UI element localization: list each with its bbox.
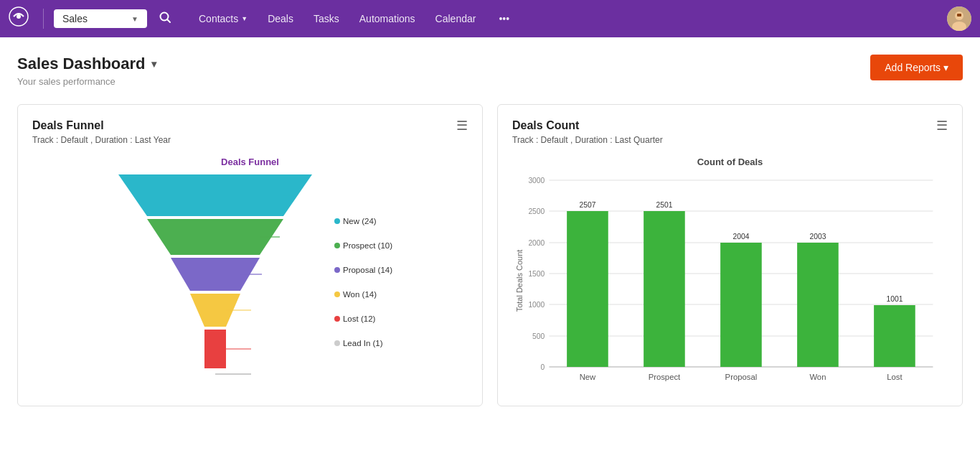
funnel-label-proposal: Proposal (14) xyxy=(334,266,392,274)
svg-rect-7 xyxy=(957,14,961,17)
svg-text:2501: 2501 xyxy=(656,201,673,209)
funnel-dot-new xyxy=(334,218,340,224)
add-reports-button[interactable]: Add Reports ▾ xyxy=(870,55,963,80)
funnel-viz: New (24) Prospect (10) Proposal (14) Won… xyxy=(32,174,468,386)
nav-tasks[interactable]: Tasks xyxy=(303,9,349,29)
funnel-card: Deals Funnel Track : Default , Duration … xyxy=(17,104,483,406)
funnel-svg xyxy=(108,174,323,386)
svg-text:2507: 2507 xyxy=(580,201,596,209)
funnel-label-leadin: Lead In (1) xyxy=(334,339,392,348)
svg-text:3000: 3000 xyxy=(528,177,545,185)
bar-subtitle: Track : Default , Duration : Last Quarte… xyxy=(512,135,948,145)
bar-new xyxy=(567,211,608,367)
sales-dropdown[interactable]: Sales ▼ xyxy=(54,9,147,28)
svg-text:1000: 1000 xyxy=(528,301,545,309)
funnel-title: Deals Funnel xyxy=(32,119,468,132)
svg-text:500: 500 xyxy=(532,332,545,340)
funnel-label-lost: Lost (12) xyxy=(334,314,392,323)
bar-prospect xyxy=(644,211,685,367)
funnel-dot-won xyxy=(334,292,340,297)
svg-text:2004: 2004 xyxy=(733,233,750,241)
svg-text:1001: 1001 xyxy=(887,295,903,303)
bar-menu-icon[interactable]: ☰ xyxy=(936,119,948,132)
svg-text:2000: 2000 xyxy=(528,239,545,247)
funnel-dot-proposal xyxy=(334,267,340,273)
nav-automations[interactable]: Automations xyxy=(349,9,425,29)
funnel-dot-prospect xyxy=(334,243,340,248)
bar-lost xyxy=(874,305,915,367)
navbar: Sales ▼ Contacts ▼ Deals Tasks Automatio… xyxy=(0,0,980,37)
bar-chart-svg: Total Deals Count 3000 2500 2000 1500 xyxy=(512,173,948,388)
main-content: Sales Dashboard ▾ Your sales performance… xyxy=(0,37,980,471)
user-avatar[interactable] xyxy=(947,6,971,31)
funnel-menu-icon[interactable]: ☰ xyxy=(456,119,468,132)
bar-chart-container: Total Deals Count 3000 2500 2000 1500 xyxy=(512,173,948,391)
dropdown-arrow-icon: ▼ xyxy=(131,15,138,23)
page-title-block: Sales Dashboard ▾ Your sales performance xyxy=(17,55,156,87)
bar-card: Deals Count Track : Default , Duration :… xyxy=(497,104,963,406)
nav-divider xyxy=(43,9,44,29)
funnel-label-prospect: Prospect (10) xyxy=(334,241,392,250)
svg-text:1500: 1500 xyxy=(528,270,545,278)
svg-marker-12 xyxy=(204,330,226,368)
page-subtitle: Your sales performance xyxy=(17,76,156,87)
svg-text:0: 0 xyxy=(541,363,545,371)
svg-text:Proposal: Proposal xyxy=(725,373,758,381)
dashboard-grid: Deals Funnel Track : Default , Duration … xyxy=(17,104,963,406)
funnel-dot-lost xyxy=(334,316,340,322)
funnel-labels: New (24) Prospect (10) Proposal (14) Won… xyxy=(334,214,392,348)
svg-point-1 xyxy=(17,14,21,19)
nav-contacts[interactable]: Contacts ▼ xyxy=(189,9,258,29)
bar-title: Deals Count xyxy=(512,119,948,132)
svg-text:2500: 2500 xyxy=(528,207,545,215)
nav-calendar[interactable]: Calendar xyxy=(425,9,486,29)
svg-text:Prospect: Prospect xyxy=(649,373,682,381)
svg-text:Won: Won xyxy=(809,373,826,381)
sales-dropdown-label: Sales xyxy=(62,13,88,24)
page-header: Sales Dashboard ▾ Your sales performance… xyxy=(17,55,963,87)
search-icon[interactable] xyxy=(153,11,177,27)
app-logo xyxy=(9,6,29,31)
svg-text:Lost: Lost xyxy=(887,373,903,381)
bar-won xyxy=(797,243,839,367)
svg-line-3 xyxy=(168,20,171,23)
funnel-dot-leadin xyxy=(334,340,340,346)
svg-text:2003: 2003 xyxy=(810,233,826,241)
bar-chart-title: Count of Deals xyxy=(512,157,948,167)
funnel-label-won: Won (14) xyxy=(334,290,392,299)
title-dropdown-icon[interactable]: ▾ xyxy=(151,58,156,70)
nav-more[interactable]: ••• xyxy=(489,9,519,29)
page-title: Sales Dashboard ▾ xyxy=(17,55,156,73)
funnel-subtitle: Track : Default , Duration : Last Year xyxy=(32,135,468,145)
funnel-chart-title: Deals Funnel xyxy=(32,157,468,167)
svg-text:Total Deals Count: Total Deals Count xyxy=(515,249,524,312)
svg-text:New: New xyxy=(580,373,597,381)
nav-links: Contacts ▼ Deals Tasks Automations Calen… xyxy=(189,9,519,29)
funnel-label-new: New (24) xyxy=(334,217,392,225)
bar-proposal xyxy=(720,243,762,367)
nav-deals[interactable]: Deals xyxy=(258,9,303,29)
svg-marker-8 xyxy=(118,174,312,216)
